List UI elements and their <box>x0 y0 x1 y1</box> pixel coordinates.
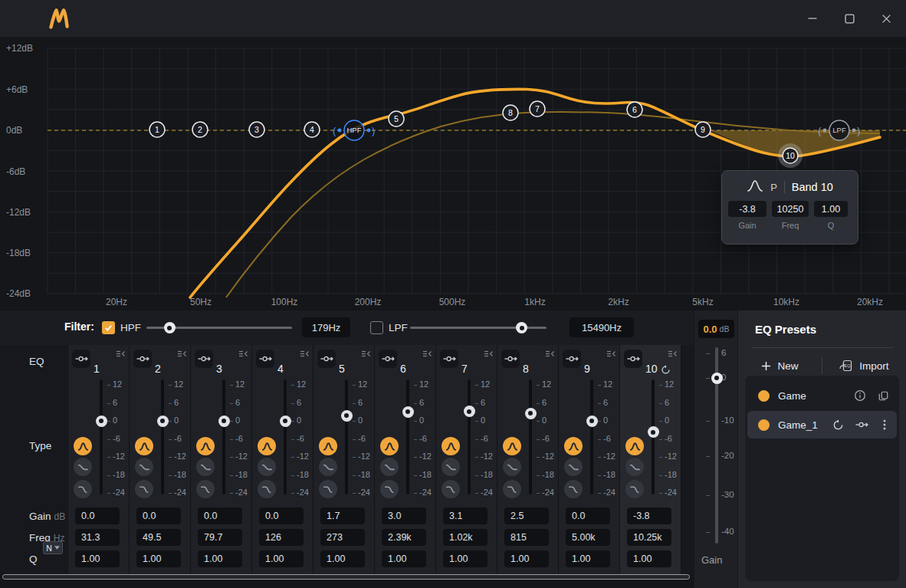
band-gain-slider[interactable] <box>161 379 164 494</box>
filter-type-shelf-button[interactable] <box>625 458 644 476</box>
band-freq-value[interactable]: 31.3 <box>75 529 120 546</box>
filter-type-cut-button[interactable] <box>442 480 460 498</box>
filter-type-bell-button[interactable] <box>503 437 521 455</box>
band-gain-value[interactable]: 0.0 <box>75 508 120 524</box>
new-preset-button[interactable]: New <box>738 360 822 373</box>
band-1-enable-button[interactable] <box>72 350 90 368</box>
hpf-value[interactable]: 179Hz <box>302 317 350 337</box>
band-gain-knob[interactable] <box>464 406 475 417</box>
band-q-value[interactable]: 1.00 <box>136 550 181 567</box>
band-collapse-icon[interactable] <box>607 347 616 360</box>
band-freq-value[interactable]: 815 <box>504 529 549 546</box>
hpf-slider-knob[interactable] <box>164 322 176 333</box>
band-q-value[interactable]: 1.00 <box>320 550 365 567</box>
band-gain-knob[interactable] <box>218 416 230 427</box>
band-gain-value[interactable]: 0.0 <box>198 508 242 524</box>
band-gain-knob[interactable] <box>341 410 353 422</box>
band-3-enable-button[interactable] <box>195 350 213 368</box>
band-marker-9[interactable]: 9 <box>695 122 711 137</box>
filter-type-cut-button[interactable] <box>319 480 337 498</box>
filter-type-bell-button[interactable] <box>258 437 276 455</box>
band-gain-knob[interactable] <box>157 416 169 427</box>
band-freq-value[interactable]: 79.7 <box>198 529 242 546</box>
band-freq-value[interactable]: 273 <box>320 529 365 546</box>
band-gain-value[interactable]: 0.0 <box>136 508 181 524</box>
filter-type-bell-button[interactable] <box>196 437 215 455</box>
band-7-enable-button[interactable] <box>440 350 458 368</box>
lpf-slider-knob[interactable] <box>516 322 527 333</box>
filter-type-shelf-button[interactable] <box>74 458 92 476</box>
filter-type-bell-button[interactable] <box>74 437 92 455</box>
band-gain-value[interactable]: 3.0 <box>382 508 426 524</box>
band-marker-6[interactable]: 6 <box>627 102 642 117</box>
kebab-icon-button[interactable] <box>880 419 889 431</box>
band-gain-value[interactable]: 0.0 <box>259 508 304 524</box>
band-marker-2[interactable]: 2 <box>192 122 208 137</box>
band-marker-3[interactable]: 3 <box>249 122 264 137</box>
tooltip-gain-value[interactable]: -3.8 <box>728 201 766 217</box>
band-q-value[interactable]: 1.00 <box>198 550 242 567</box>
band-gain-slider[interactable] <box>529 379 532 494</box>
band-collapse-icon[interactable] <box>117 347 126 360</box>
import-preset-button[interactable]: EQ Import <box>822 359 906 373</box>
band-gain-knob[interactable] <box>96 416 107 427</box>
hpf-checkbox[interactable] <box>102 321 115 334</box>
filter-type-bell-button[interactable] <box>380 437 399 455</box>
filter-type-shelf-button[interactable] <box>196 458 215 476</box>
band-gain-knob[interactable] <box>280 416 291 427</box>
band-gain-value[interactable]: 1.7 <box>320 508 365 524</box>
filter-type-cut-button[interactable] <box>564 480 583 498</box>
filter-type-cut-button[interactable] <box>625 480 644 498</box>
band-gain-value[interactable]: -3.8 <box>627 508 671 524</box>
band-2-enable-button[interactable] <box>133 350 152 368</box>
band-gain-slider[interactable] <box>590 379 593 494</box>
band-gain-value[interactable]: 3.1 <box>443 508 487 524</box>
band-10-enable-button[interactable] <box>624 350 642 368</box>
band-8-enable-button[interactable] <box>501 350 520 368</box>
band-9-enable-button[interactable] <box>563 350 581 368</box>
band-gain-slider[interactable] <box>284 379 287 494</box>
band-collapse-icon[interactable] <box>668 347 678 360</box>
band-marker-10[interactable]: 10 <box>780 146 801 166</box>
gain-meter-knob[interactable] <box>711 373 723 384</box>
filter-type-bell-button[interactable] <box>564 437 583 455</box>
filter-type-shelf-button[interactable] <box>564 458 583 476</box>
filter-type-cut-button[interactable] <box>135 480 153 498</box>
lpf-checkbox[interactable] <box>370 321 383 334</box>
filter-type-bell-button[interactable] <box>442 437 460 455</box>
band-collapse-icon[interactable] <box>362 347 371 360</box>
band-collapse-icon[interactable] <box>178 347 187 360</box>
band-collapse-icon[interactable] <box>484 347 494 360</box>
band-4-enable-button[interactable] <box>256 350 274 368</box>
filter-type-shelf-button[interactable] <box>258 458 276 476</box>
band-5-enable-button[interactable] <box>317 350 336 368</box>
band-collapse-icon[interactable] <box>239 347 248 360</box>
band-collapse-icon[interactable] <box>546 347 555 360</box>
maximize-button[interactable] <box>840 9 858 28</box>
lpf-value[interactable]: 15490Hz <box>570 317 634 337</box>
filter-type-cut-button[interactable] <box>380 480 399 498</box>
copy-icon-button[interactable] <box>878 390 889 402</box>
band-reset-icon[interactable] <box>661 364 671 378</box>
band-collapse-icon[interactable] <box>300 347 310 360</box>
filter-type-bell-button[interactable] <box>135 437 153 455</box>
band-freq-value[interactable]: 126 <box>259 529 304 546</box>
band-q-value[interactable]: 1.00 <box>382 550 426 567</box>
filter-type-bell-button[interactable] <box>625 437 644 455</box>
band-freq-value[interactable]: 5.00k <box>566 529 610 546</box>
horizontal-scrollbar[interactable] <box>2 574 690 580</box>
band-6-enable-button[interactable] <box>379 350 397 368</box>
filter-type-cut-button[interactable] <box>258 480 276 498</box>
band-q-value[interactable]: 1.00 <box>443 550 487 567</box>
band-gain-value[interactable]: 2.5 <box>504 508 549 524</box>
filter-type-shelf-button[interactable] <box>503 458 521 476</box>
band-gain-knob[interactable] <box>402 406 414 418</box>
close-button[interactable] <box>877 9 895 28</box>
band-gain-slider[interactable] <box>222 379 225 494</box>
power-icon-button[interactable] <box>855 420 868 429</box>
tooltip-q-value[interactable]: 1.00 <box>814 201 848 217</box>
band-q-value[interactable]: 1.00 <box>75 550 120 567</box>
band-gain-knob[interactable] <box>586 416 598 427</box>
filter-type-shelf-button[interactable] <box>442 458 460 476</box>
filter-type-cut-button[interactable] <box>196 480 215 498</box>
